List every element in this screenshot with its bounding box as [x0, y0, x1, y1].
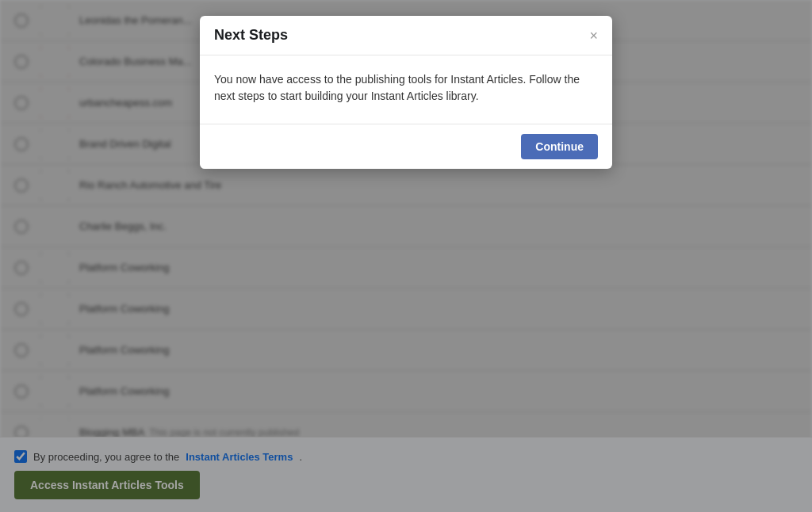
continue-button[interactable]: Continue: [521, 134, 598, 159]
modal-overlay: Next Steps × You now have access to the …: [0, 0, 812, 512]
modal-body: You now have access to the publishing to…: [200, 55, 612, 124]
modal-body-text: You now have access to the publishing to…: [214, 71, 598, 105]
modal-footer: Continue: [200, 124, 612, 169]
modal-title: Next Steps: [214, 27, 288, 44]
modal-close-button[interactable]: ×: [589, 29, 598, 43]
modal-header: Next Steps ×: [200, 16, 612, 55]
next-steps-modal: Next Steps × You now have access to the …: [200, 16, 612, 169]
